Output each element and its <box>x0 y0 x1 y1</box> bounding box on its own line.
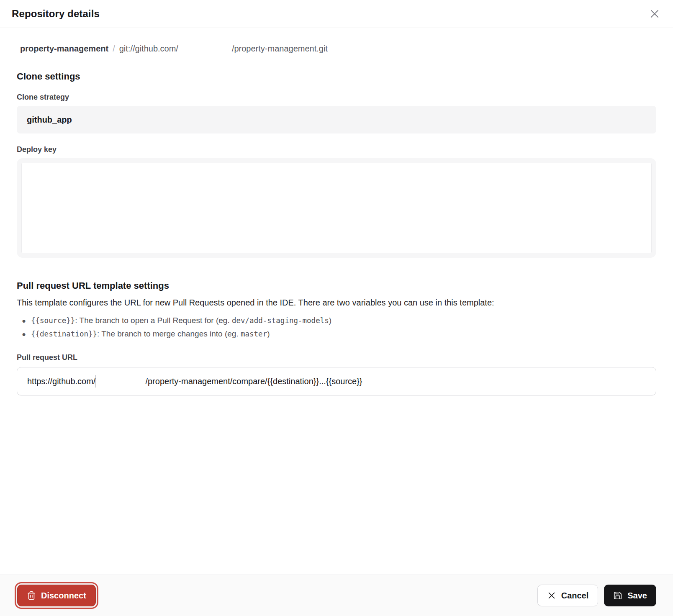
modal-title: Repository details <box>12 8 100 20</box>
repository-details-modal: Repository details property-management /… <box>0 0 673 616</box>
redacted-org-name <box>96 381 145 382</box>
variable-destination-code: {{destination}} <box>31 330 97 338</box>
clone-strategy-value: github_app <box>27 115 72 125</box>
bullet-icon: ● <box>17 328 31 341</box>
pull-request-url-input[interactable]: https://github.com/ /property-management… <box>17 367 656 395</box>
breadcrumb: property-management / git://github.com/ … <box>17 44 656 54</box>
variable-destination-example: master <box>241 330 267 338</box>
save-button-label: Save <box>627 591 647 601</box>
modal-body: property-management / git://github.com/ … <box>0 28 673 575</box>
cancel-button-label: Cancel <box>561 591 589 601</box>
floppy-disk-icon <box>613 591 622 600</box>
disconnect-button[interactable]: Disconnect <box>17 585 96 606</box>
x-icon <box>547 591 556 600</box>
url-value-prefix: https://github.com/ <box>27 377 95 386</box>
deploy-key-textarea[interactable] <box>17 158 656 258</box>
redacted-org-name <box>178 51 232 51</box>
pr-template-variable-list: ● {{source}}: The branch to open a Pull … <box>17 314 656 341</box>
variable-source-example: dev/add-staging-models <box>232 316 329 325</box>
close-button[interactable] <box>648 7 661 21</box>
variable-destination-text: : The branch to merge changes into (eg. <box>97 329 241 338</box>
save-button[interactable]: Save <box>604 585 656 606</box>
breadcrumb-repo-name: property-management <box>20 44 108 54</box>
url-value-suffix: /property-management/compare/{{destinati… <box>145 377 362 386</box>
close-icon <box>649 8 660 20</box>
variable-source-text: : The branch to open a Pull Request for … <box>75 316 232 325</box>
trash-icon <box>27 590 36 601</box>
disconnect-button-label: Disconnect <box>41 591 86 601</box>
pull-request-url-label: Pull request URL <box>17 353 656 362</box>
bullet-icon: ● <box>17 314 31 327</box>
breadcrumb-separator: / <box>108 44 119 54</box>
cancel-button[interactable]: Cancel <box>537 585 599 606</box>
clone-strategy-field[interactable]: github_app <box>17 106 656 133</box>
footer-actions: Cancel Save <box>537 585 656 606</box>
pr-template-heading: Pull request URL template settings <box>17 280 656 291</box>
variable-destination-close: ) <box>267 329 270 338</box>
variable-source-code: {{source}} <box>31 316 75 325</box>
breadcrumb-url-suffix: /property-management.git <box>232 44 328 54</box>
list-item: ● {{source}}: The branch to open a Pull … <box>17 314 656 327</box>
modal-header: Repository details <box>0 0 673 28</box>
variable-source-close: ) <box>329 316 331 325</box>
clone-settings-heading: Clone settings <box>17 71 656 82</box>
list-item: ● {{destination}}: The branch to merge c… <box>17 327 656 341</box>
deploy-key-label: Deploy key <box>17 145 656 154</box>
modal-footer: Disconnect Cancel <box>0 575 673 616</box>
breadcrumb-url-prefix: git://github.com/ <box>119 44 178 54</box>
clone-strategy-label: Clone strategy <box>17 93 656 102</box>
pr-template-description: This template configures the URL for new… <box>17 296 656 309</box>
